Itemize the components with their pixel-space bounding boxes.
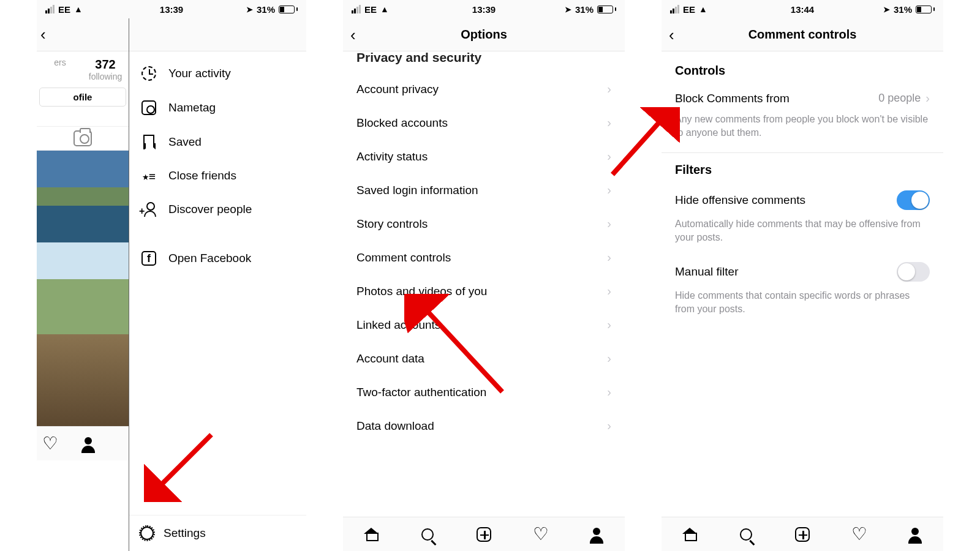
phone-comment-controls: EE ▲ 13:44 ➤ 31% ‹ Comment controls Cont… [662, 0, 943, 551]
tab-search[interactable] [399, 528, 456, 541]
row-blocked-accounts[interactable]: Blocked accounts› [343, 106, 625, 140]
chevron-right-icon: › [607, 250, 611, 264]
status-bar: EE ▲ 13:39 ➤ 31% [343, 0, 625, 18]
tab-profile[interactable] [81, 437, 95, 451]
tab-profile[interactable] [568, 528, 625, 541]
row-account-data[interactable]: Account data› [343, 342, 625, 375]
signal-icon [45, 5, 55, 13]
row-story-controls[interactable]: Story controls› [343, 207, 625, 241]
location-icon: ➤ [246, 5, 253, 14]
battery-icon [916, 6, 935, 13]
chevron-right-icon: › [607, 351, 611, 365]
status-time: 13:39 [160, 4, 183, 15]
grid-photo[interactable] [37, 334, 129, 426]
tab-activity[interactable]: ♡ [831, 525, 887, 544]
tab-new-post[interactable] [456, 527, 512, 542]
row-block-comments-from[interactable]: Block Comments from 0 people › [662, 84, 943, 113]
menu-nametag[interactable]: Nametag [129, 91, 306, 125]
back-button[interactable]: ‹ [669, 25, 674, 44]
battery-pct: 31% [575, 4, 594, 15]
menu-saved[interactable]: Saved [129, 125, 306, 159]
tab-activity[interactable]: ♡ [43, 434, 57, 453]
tagged-photos-icon[interactable] [74, 130, 92, 146]
search-icon [421, 528, 434, 541]
row-account-privacy[interactable]: Account privacy› [343, 72, 625, 106]
tab-home[interactable] [343, 528, 399, 541]
battery-pct: 31% [257, 4, 275, 15]
heart-icon: ♡ [532, 523, 548, 544]
menu-settings[interactable]: Settings [129, 515, 306, 551]
stat-ers[interactable]: ers [39, 58, 81, 81]
row-hide-offensive: Hide offensive comments [662, 183, 943, 217]
bottom-tab-bar: ♡ [343, 517, 625, 551]
status-time: 13:39 [472, 4, 496, 15]
chevron-right-icon: › [607, 284, 611, 298]
location-icon: ➤ [565, 5, 571, 14]
heart-icon: ♡ [851, 523, 866, 544]
wifi-icon: ▲ [380, 4, 389, 14]
menu-discover-people[interactable]: + Discover people [129, 192, 306, 227]
chevron-right-icon: › [607, 82, 611, 96]
row-data-download[interactable]: Data download› [343, 409, 625, 443]
back-button[interactable]: ‹ [350, 25, 356, 44]
facebook-icon: f [141, 251, 156, 266]
battery-icon [597, 6, 616, 13]
row-saved-login[interactable]: Saved login information› [343, 173, 625, 207]
row-activity-status[interactable]: Activity status› [343, 140, 625, 173]
chevron-right-icon: › [607, 116, 611, 130]
chevron-right-icon: › [607, 183, 611, 197]
chevron-right-icon: › [607, 318, 611, 332]
row-linked-accounts[interactable]: Linked accounts› [343, 308, 625, 342]
status-bar: EE ▲ 13:39 ➤ 31% [37, 0, 306, 18]
back-icon[interactable]: ‹ [37, 25, 46, 44]
signal-icon [670, 5, 679, 13]
stat-following[interactable]: 372 following [85, 58, 126, 81]
grid-photo[interactable] [37, 151, 129, 242]
wifi-icon: ▲ [699, 4, 707, 14]
page-title: Options [461, 28, 507, 42]
section-controls: Controls [662, 56, 943, 84]
block-comments-count: 0 people [878, 92, 921, 105]
person-icon [590, 528, 603, 541]
home-icon [364, 528, 379, 541]
row-comment-controls[interactable]: Comment controls› [343, 241, 625, 274]
side-menu: Your activity Nametag Saved ★≡ Close fri… [129, 18, 306, 551]
grid-photo[interactable] [37, 242, 129, 334]
menu-close-friends[interactable]: ★≡ Close friends [129, 159, 306, 192]
toggle-manual-filter[interactable] [897, 262, 930, 282]
manual-filter-desc: Hide comments that contain specific word… [662, 289, 943, 326]
home-icon [682, 528, 697, 541]
location-icon: ➤ [883, 5, 890, 14]
close-friends-icon: ★≡ [142, 170, 156, 182]
bottom-bar-partial: ♡ [37, 426, 129, 460]
battery-pct: 31% [894, 4, 912, 15]
nametag-icon [141, 100, 156, 115]
page-title: Comment controls [748, 28, 857, 42]
carrier-label: EE [683, 4, 695, 15]
chevron-right-icon: › [925, 91, 930, 105]
menu-open-facebook[interactable]: f Open Facebook [129, 241, 306, 276]
carrier-label: EE [364, 4, 377, 15]
toggle-hide-offensive[interactable] [897, 190, 930, 210]
menu-your-activity[interactable]: Your activity [129, 56, 306, 91]
edit-profile-button[interactable]: ofile [39, 88, 126, 107]
chevron-right-icon: › [607, 217, 611, 231]
person-icon [908, 528, 922, 541]
chevron-right-icon: › [607, 149, 611, 163]
divider [662, 152, 943, 153]
row-photos-videos[interactable]: Photos and videos of you› [343, 274, 625, 308]
wifi-icon: ▲ [74, 4, 83, 14]
row-two-factor[interactable]: Two-factor authentication› [343, 375, 625, 409]
tab-search[interactable] [718, 528, 774, 541]
carrier-label: EE [58, 4, 70, 15]
tab-activity[interactable]: ♡ [512, 525, 568, 544]
section-filters: Filters [662, 156, 943, 183]
chevron-right-icon: › [607, 385, 611, 399]
tab-home[interactable] [662, 528, 718, 541]
tab-new-post[interactable] [774, 527, 831, 542]
block-comments-desc: Any new comments from people you block w… [662, 113, 943, 150]
search-icon [740, 528, 752, 541]
tab-profile[interactable] [887, 528, 943, 541]
bookmark-icon [143, 135, 154, 149]
plus-icon [477, 527, 491, 542]
